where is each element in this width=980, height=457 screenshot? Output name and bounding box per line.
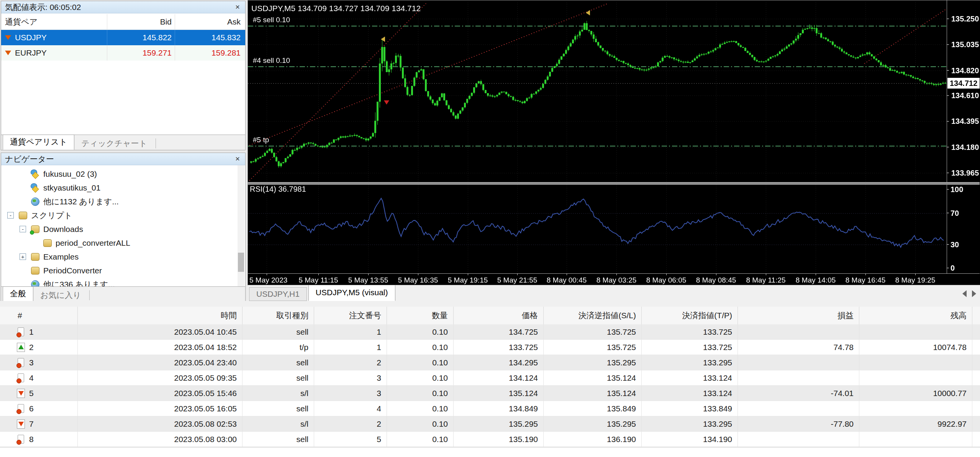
cell: -77.80 [738, 416, 859, 431]
tabs-scroll-left-icon[interactable] [962, 290, 967, 297]
results-column-header[interactable]: 価格 [454, 307, 544, 324]
cell: 74.78 [738, 340, 859, 355]
results-column-header[interactable]: 決済指値(T/P) [642, 307, 738, 324]
tab-usdjpy-h1[interactable]: USDJPY,H1 [249, 287, 307, 301]
tab-divider [89, 290, 90, 300]
table-row[interactable]: 72023.05.08 02:53s/l20.10135.295135.2951… [0, 416, 980, 432]
tab-usdjpy-m5-visual[interactable]: USDJPY,M5 (visual) [308, 285, 395, 301]
cell: sell [243, 324, 314, 339]
navigator-scrollbar[interactable] [238, 165, 244, 287]
cell: 0.10 [387, 386, 454, 401]
globe-icon [30, 197, 40, 206]
cell [738, 401, 859, 416]
ask-value: 159.281 [175, 45, 245, 61]
column-header-ask[interactable]: Ask [175, 14, 245, 30]
results-column-header[interactable]: 残高 [859, 307, 972, 324]
navigator-item-label: period_converterALL [56, 238, 130, 248]
cell: 133.725 [454, 340, 544, 355]
results-header: #時間取引種別注文番号数量価格決済逆指値(S/L)決済指値(T/P)損益残高 [0, 307, 980, 325]
results-column-header[interactable]: 損益 [738, 307, 859, 324]
market-watch-title: 気配値表示: 06:05:02 [5, 3, 81, 12]
scrollbar-thumb[interactable] [238, 253, 244, 272]
expand-icon[interactable]: + [20, 253, 26, 260]
market-watch-titlebar[interactable]: 気配値表示: 06:05:02 × [1, 1, 245, 13]
cell: 0.10 [387, 355, 454, 370]
tab-symbols-list[interactable]: 通貨ペアリスト [3, 135, 74, 150]
symbol-name: EURJPY [15, 48, 47, 58]
cell: 0.10 [387, 324, 454, 339]
close-icon[interactable]: × [233, 154, 242, 163]
cell: 2023.05.08 03:00 [78, 432, 243, 447]
order-icon [17, 358, 25, 368]
navigator-window: ナビゲーター × fukusuu_02 (3)stkyasutikus_01他に… [1, 153, 246, 302]
navigator-item[interactable]: fukusuu_02 (3) [30, 167, 97, 181]
collapse-icon[interactable]: - [7, 212, 14, 219]
results-column-header[interactable]: 決済逆指値(S/L) [544, 307, 642, 324]
table-row[interactable]: 82023.05.08 03:00sell50.10135.190136.190… [0, 432, 980, 447]
tab-divider [156, 138, 156, 148]
close-profit-icon [17, 342, 25, 352]
cell: sell [243, 432, 314, 447]
tab-favorites[interactable]: お気に入り [33, 289, 88, 302]
navigator-item-label: スクリプト [31, 210, 72, 221]
navigator-title: ナビゲーター [5, 155, 54, 163]
navigator-item[interactable]: Examples [30, 250, 79, 264]
script-pin-icon [30, 225, 40, 234]
results-column-header[interactable]: 時間 [78, 307, 243, 324]
price-chart-canvas[interactable] [248, 0, 980, 285]
tab-common[interactable]: 全般 [3, 286, 33, 302]
navigator-item-label: 他に336 あります... [43, 279, 115, 287]
order-icon [17, 327, 25, 337]
navigator-item[interactable]: stkyasutikus_01 [30, 181, 100, 195]
cell: 10000.77 [859, 386, 972, 401]
collapse-icon[interactable]: - [20, 226, 26, 232]
navigator-item[interactable]: 他に336 あります... [30, 278, 115, 287]
column-header-bid[interactable]: Bid [107, 14, 175, 30]
navigator-item-label: 他に1132 あります... [43, 196, 119, 207]
results-empty-area [0, 447, 980, 457]
navigator-tabbar: 全般 お気に入り [1, 286, 245, 302]
cell [859, 370, 972, 385]
table-row[interactable]: 32023.05.04 23:40sell20.10134.295135.295… [0, 355, 980, 370]
cell: 2023.05.08 02:53 [78, 416, 243, 431]
results-rows: 12023.05.04 10:45sell10.10134.725135.725… [0, 324, 980, 447]
navigator-item[interactable]: Downloads [30, 222, 83, 236]
cell: 135.849 [544, 401, 642, 416]
table-row[interactable]: 12023.05.04 10:45sell10.10134.725135.725… [0, 324, 980, 340]
navigator-item[interactable]: period_converterALL [43, 236, 130, 250]
navigator-item[interactable]: スクリプト [18, 209, 72, 222]
cell: 134.190 [642, 432, 738, 447]
cell: 134.124 [454, 370, 544, 385]
table-row[interactable]: 62023.05.05 16:05sell40.10134.849135.849… [0, 401, 980, 416]
cell: 134.849 [454, 401, 544, 416]
navigator-item[interactable]: 他に1132 あります... [30, 195, 119, 209]
column-header-symbol[interactable]: 通貨ペア [1, 14, 107, 30]
navigator-tree: fukusuu_02 (3)stkyasutikus_01他に1132 あります… [1, 165, 245, 287]
table-row[interactable]: 22023.05.04 18:52t/p10.10133.725135.7251… [0, 340, 980, 355]
navigator-titlebar[interactable]: ナビゲーター × [1, 153, 245, 165]
row-number: 6 [29, 401, 34, 416]
tabs-scroll-right-icon[interactable] [972, 290, 976, 297]
cell: 135.295 [544, 355, 642, 370]
ea-icon [30, 183, 40, 192]
bid-value: 145.822 [107, 30, 175, 45]
tab-tick-chart[interactable]: ティックチャート [74, 137, 154, 150]
cell: 5 [314, 432, 387, 447]
symbol-row-usdjpy[interactable]: USDJPY 145.822 145.832 [1, 30, 245, 45]
cell: 1 [314, 340, 387, 355]
cell: 3 [314, 386, 387, 401]
row-number: 5 [29, 386, 34, 401]
close-icon[interactable]: × [233, 2, 242, 12]
results-column-header[interactable]: 数量 [387, 307, 454, 324]
table-row[interactable]: 52023.05.05 15:46s/l30.10135.124135.1241… [0, 386, 980, 401]
symbol-row-eurjpy[interactable]: EURJPY 159.271 159.281 [1, 45, 245, 61]
table-row[interactable]: 42023.05.05 09:35sell30.10134.124135.124… [0, 370, 980, 386]
results-column-header[interactable]: 取引種別 [243, 307, 314, 324]
navigator-item[interactable]: PeriodConverter [30, 264, 102, 278]
results-column-header[interactable]: # [0, 307, 78, 324]
cell: 2023.05.05 16:05 [78, 401, 243, 416]
row-number: 8 [29, 432, 34, 447]
results-column-header[interactable]: 注文番号 [314, 307, 387, 324]
cell: 133.725 [642, 340, 738, 355]
cell: -74.01 [738, 386, 859, 401]
